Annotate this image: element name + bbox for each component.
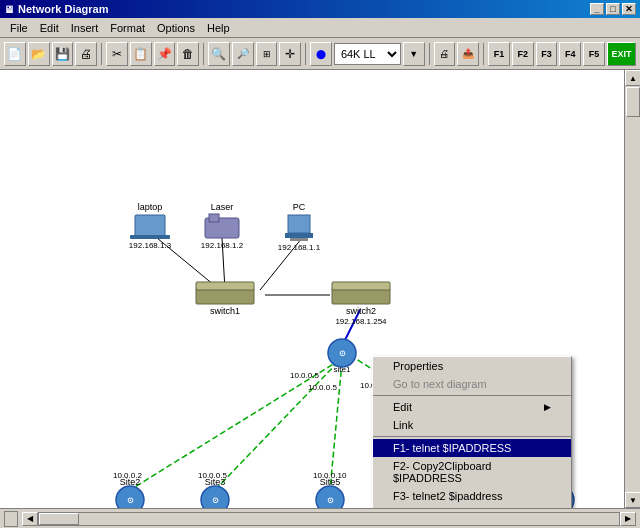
menu-insert[interactable]: Insert bbox=[65, 20, 105, 36]
scrollbar-vertical[interactable]: ▲ ▼ bbox=[624, 70, 640, 508]
paste-button[interactable]: 📌 bbox=[154, 42, 176, 66]
ctx-sep1 bbox=[373, 395, 571, 396]
maximize-button[interactable]: □ bbox=[606, 3, 620, 15]
ctx-edit-arrow: ▶ bbox=[544, 402, 551, 412]
svg-text:⊙: ⊙ bbox=[212, 496, 219, 505]
svg-rect-19 bbox=[290, 238, 308, 241]
title-bar: 🖥 Network Diagram _ □ ✕ bbox=[0, 0, 640, 18]
ctx-f4-explore[interactable]: F4- $explore IPADDRESS bbox=[373, 505, 571, 508]
cursor-button[interactable]: ✛ bbox=[279, 42, 301, 66]
separator3 bbox=[305, 43, 306, 65]
title-bar-buttons: _ □ ✕ bbox=[590, 3, 636, 15]
f4-btn[interactable]: F4 bbox=[559, 42, 581, 66]
separator1 bbox=[101, 43, 102, 65]
svg-text:192.168.1.3: 192.168.1.3 bbox=[129, 241, 172, 250]
ctx-go-next: Go to next diagram bbox=[373, 375, 571, 393]
ctx-link[interactable]: Link bbox=[373, 416, 571, 434]
svg-text:site1: site1 bbox=[334, 365, 351, 374]
svg-text:10.0.0.10: 10.0.0.10 bbox=[313, 471, 347, 480]
svg-rect-17 bbox=[288, 215, 310, 233]
svg-text:laptop: laptop bbox=[138, 202, 163, 212]
svg-text:⊙: ⊙ bbox=[339, 349, 346, 358]
svg-text:10.0.0.5: 10.0.0.5 bbox=[290, 371, 319, 380]
save-button[interactable]: 💾 bbox=[52, 42, 74, 66]
menu-format[interactable]: Format bbox=[104, 20, 151, 36]
status-bar: ◀ ▶ bbox=[0, 508, 640, 528]
f5-btn[interactable]: F5 bbox=[583, 42, 605, 66]
ctx-f2-copy[interactable]: F2- Copy2Clipboard $IPADDRESS bbox=[373, 457, 571, 487]
separator2 bbox=[203, 43, 204, 65]
ctx-f1-telnet[interactable]: F1- telnet $IPADDRESS bbox=[373, 439, 571, 457]
svg-text:10.0.0.5: 10.0.0.5 bbox=[198, 471, 227, 480]
svg-rect-18 bbox=[285, 233, 313, 238]
scroll-up-button[interactable]: ▲ bbox=[625, 70, 640, 86]
diagram-canvas[interactable]: laptop 192.168.1.3 Laser 192.168.1.2 PC … bbox=[0, 70, 624, 508]
bandwidth-select[interactable]: 64K LL 128K LL 256K LL 512K LL 1M LL bbox=[334, 43, 401, 65]
separator4 bbox=[429, 43, 430, 65]
status-text bbox=[4, 511, 18, 527]
svg-text:⊙: ⊙ bbox=[127, 496, 134, 505]
fit-button[interactable]: ⊞ bbox=[256, 42, 278, 66]
title-bar-text: Network Diagram bbox=[18, 3, 590, 15]
svg-text:PC: PC bbox=[293, 202, 306, 212]
svg-text:10.0.0.2: 10.0.0.2 bbox=[113, 471, 142, 480]
scroll-left-button[interactable]: ◀ bbox=[22, 512, 38, 526]
scroll-h-thumb[interactable] bbox=[39, 513, 79, 525]
svg-rect-23 bbox=[196, 282, 254, 290]
router-icon-btn[interactable]: ⬤ bbox=[310, 42, 332, 66]
ctx-properties[interactable]: Properties bbox=[373, 357, 571, 375]
toolbar: 📄 📂 💾 🖨 ✂ 📋 📌 🗑 🔍 🔎 ⊞ ✛ ⬤ 64K LL 128K LL… bbox=[0, 38, 640, 70]
print-button[interactable]: 🖨 bbox=[75, 42, 97, 66]
menu-file[interactable]: File bbox=[4, 20, 34, 36]
main-area: laptop 192.168.1.3 Laser 192.168.1.2 PC … bbox=[0, 70, 640, 508]
f3-btn[interactable]: F3 bbox=[536, 42, 558, 66]
svg-text:10.0.0.5: 10.0.0.5 bbox=[308, 383, 337, 392]
svg-text:Laser: Laser bbox=[211, 202, 234, 212]
ctx-f3-telnet2[interactable]: F3- telnet2 $ipaddress bbox=[373, 487, 571, 505]
menu-bar: File Edit Insert Format Options Help bbox=[0, 18, 640, 38]
ctx-sep2 bbox=[373, 436, 571, 437]
copy-button[interactable]: 📋 bbox=[130, 42, 152, 66]
f2-btn[interactable]: F2 bbox=[512, 42, 534, 66]
menu-help[interactable]: Help bbox=[201, 20, 236, 36]
svg-text:192.168.1.254: 192.168.1.254 bbox=[335, 317, 387, 326]
svg-text:switch1: switch1 bbox=[210, 306, 240, 316]
svg-rect-26 bbox=[332, 282, 390, 290]
f1-btn[interactable]: F1 bbox=[488, 42, 510, 66]
exit-btn[interactable]: EXIT bbox=[607, 42, 636, 66]
menu-options[interactable]: Options bbox=[151, 20, 201, 36]
svg-rect-9 bbox=[135, 215, 165, 237]
menu-edit[interactable]: Edit bbox=[34, 20, 65, 36]
bw-down-button[interactable]: ▼ bbox=[403, 42, 425, 66]
delete-button[interactable]: 🗑 bbox=[177, 42, 199, 66]
svg-text:192.168.1.1: 192.168.1.1 bbox=[278, 243, 321, 252]
open-button[interactable]: 📂 bbox=[28, 42, 50, 66]
context-menu: Properties Go to next diagram Edit ▶ Lin… bbox=[372, 356, 572, 508]
svg-rect-10 bbox=[130, 235, 170, 239]
scroll-h-track[interactable] bbox=[38, 512, 620, 526]
new-button[interactable]: 📄 bbox=[4, 42, 26, 66]
svg-rect-14 bbox=[209, 214, 219, 222]
scroll-track[interactable] bbox=[625, 86, 640, 492]
scroll-thumb[interactable] bbox=[626, 87, 640, 117]
app-icon: 🖥 bbox=[4, 4, 14, 15]
svg-text:⊙: ⊙ bbox=[327, 496, 334, 505]
separator5 bbox=[483, 43, 484, 65]
cut-button[interactable]: ✂ bbox=[106, 42, 128, 66]
scroll-down-button[interactable]: ▼ bbox=[625, 492, 640, 508]
minimize-button[interactable]: _ bbox=[590, 3, 604, 15]
zoom-out-button[interactable]: 🔎 bbox=[232, 42, 254, 66]
scroll-right-button[interactable]: ▶ bbox=[620, 512, 636, 526]
zoom-in-button[interactable]: 🔍 bbox=[208, 42, 230, 66]
ctx-edit[interactable]: Edit ▶ bbox=[373, 398, 571, 416]
export-button[interactable]: 📤 bbox=[457, 42, 479, 66]
close-button[interactable]: ✕ bbox=[622, 3, 636, 15]
svg-text:switch2: switch2 bbox=[346, 306, 376, 316]
svg-text:192.168.1.2: 192.168.1.2 bbox=[201, 241, 244, 250]
print2-button[interactable]: 🖨 bbox=[434, 42, 456, 66]
